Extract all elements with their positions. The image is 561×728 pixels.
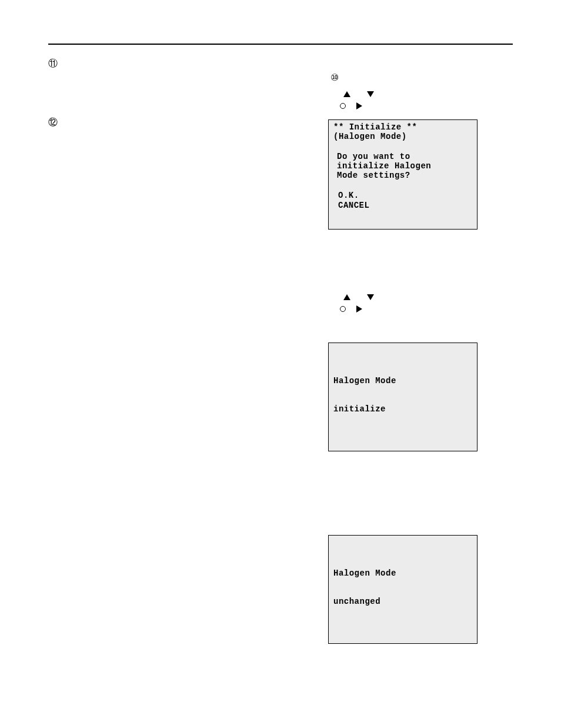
triangle-right-icon <box>356 102 362 109</box>
screen-initialize-prompt: ** Initialize ** (Halogen Mode) Do you w… <box>328 119 477 230</box>
screen-initialize-result: Halogen Mode initialize <box>328 343 477 451</box>
triangle-up-icon <box>343 91 350 97</box>
result-line-2: initialize <box>333 404 472 414</box>
question-line-3: Mode settings? <box>333 171 472 180</box>
step-marker-12: ⑫ <box>48 117 58 129</box>
step-marker-11: ⑪ <box>48 58 58 70</box>
circle-right-arrows-1 <box>340 102 362 109</box>
triangle-down-icon <box>367 91 374 97</box>
option-cancel[interactable]: CANCEL <box>338 201 472 210</box>
question-line-1: Do you want to <box>333 152 472 161</box>
circle-right-arrows-2 <box>340 305 362 313</box>
step-marker-10: ⑩ <box>330 72 339 83</box>
result-line-1: Halogen Mode <box>333 569 472 578</box>
triangle-right-icon <box>356 305 362 313</box>
up-down-arrows-2 <box>343 294 374 300</box>
horizontal-rule <box>48 44 513 45</box>
open-circle-icon <box>340 306 346 312</box>
result-line-1: Halogen Mode <box>333 376 472 385</box>
triangle-down-icon <box>367 294 374 300</box>
page: ⑪ ⑫ ⑩ ** Initialize ** (Halogen Mode) Do… <box>0 0 561 728</box>
title-line-1: ** Initialize ** <box>333 122 472 132</box>
question-line-2: initialize Halogen <box>333 161 472 171</box>
title-line-2: (Halogen Mode) <box>333 132 472 141</box>
triangle-up-icon <box>343 294 350 300</box>
open-circle-icon <box>340 103 346 109</box>
up-down-arrows-1 <box>343 91 374 97</box>
result-line-2: unchanged <box>333 597 472 606</box>
screen-unchanged-result: Halogen Mode unchanged <box>328 535 477 644</box>
option-ok[interactable]: O.K. <box>338 191 472 200</box>
